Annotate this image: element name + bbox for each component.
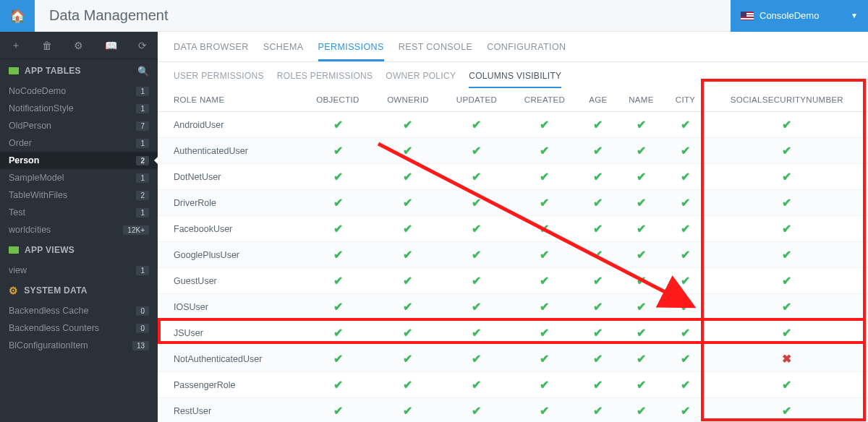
permission-cell[interactable]: ✔ — [511, 164, 579, 190]
permission-cell[interactable]: ✔ — [579, 164, 618, 190]
permission-cell[interactable]: ✔ — [579, 216, 618, 242]
tab-schema[interactable]: SCHEMA — [263, 42, 304, 61]
account-dropdown[interactable]: ConsoleDemo ▼ — [731, 0, 868, 32]
permission-cell[interactable]: ✔ — [579, 138, 618, 164]
subtab-columns-visibility[interactable]: COLUMNS VISIBILITY — [469, 71, 561, 88]
permission-cell[interactable]: ✔ — [665, 138, 706, 164]
permission-cell[interactable]: ✔ — [618, 372, 665, 398]
permission-cell[interactable]: ✔ — [443, 294, 511, 320]
sidebar-item-table[interactable]: NotificationStyle1 — [0, 100, 158, 117]
column-header[interactable]: CREATED — [511, 88, 579, 112]
column-header[interactable]: SOCIALSECURITYNUMBER — [706, 88, 868, 112]
permission-cell[interactable]: ✔ — [579, 190, 618, 216]
permission-cell[interactable]: ✖ — [706, 346, 868, 372]
permission-cell[interactable]: ✔ — [618, 398, 665, 423]
permission-cell[interactable]: ✔ — [511, 294, 579, 320]
column-header[interactable]: NAME — [618, 88, 665, 112]
subtab-user-permissions[interactable]: USER PERMISSIONS — [174, 71, 264, 88]
permission-cell[interactable]: ✔ — [302, 242, 373, 268]
permission-cell[interactable]: ✔ — [511, 372, 579, 398]
permission-cell[interactable]: ✔ — [618, 268, 665, 294]
permission-cell[interactable]: ✔ — [373, 138, 443, 164]
permission-cell[interactable]: ✔ — [706, 112, 868, 138]
permission-cell[interactable]: ✔ — [706, 294, 868, 320]
permission-cell[interactable]: ✔ — [302, 190, 373, 216]
sidebar-item-table[interactable]: OldPerson7 — [0, 117, 158, 134]
tab-rest-console[interactable]: REST CONSOLE — [399, 42, 473, 61]
sidebar-item-system[interactable]: Backendless Cache0 — [0, 302, 158, 319]
permission-cell[interactable]: ✔ — [618, 164, 665, 190]
permission-cell[interactable]: ✔ — [618, 138, 665, 164]
permission-cell[interactable]: ✔ — [373, 398, 443, 423]
permission-cell[interactable]: ✔ — [706, 372, 868, 398]
permission-cell[interactable]: ✔ — [443, 164, 511, 190]
permission-cell[interactable]: ✔ — [373, 294, 443, 320]
permission-cell[interactable]: ✔ — [373, 320, 443, 346]
permission-cell[interactable]: ✔ — [302, 216, 373, 242]
trash-icon[interactable]: 🗑 — [42, 40, 52, 51]
permission-cell[interactable]: ✔ — [665, 346, 706, 372]
permission-cell[interactable]: ✔ — [706, 216, 868, 242]
sidebar-item-view[interactable]: view1 — [0, 262, 158, 279]
permission-cell[interactable]: ✔ — [443, 242, 511, 268]
permission-cell[interactable]: ✔ — [443, 346, 511, 372]
permission-cell[interactable]: ✔ — [665, 190, 706, 216]
add-icon[interactable]: ＋ — [11, 39, 21, 52]
permission-cell[interactable]: ✔ — [665, 242, 706, 268]
permission-cell[interactable]: ✔ — [665, 398, 706, 423]
permission-cell[interactable]: ✔ — [373, 112, 443, 138]
tab-configuration[interactable]: CONFIGURATION — [487, 42, 566, 61]
permission-cell[interactable]: ✔ — [511, 346, 579, 372]
sidebar-item-table[interactable]: NoCodeDemo1 — [0, 82, 158, 100]
permission-cell[interactable]: ✔ — [511, 216, 579, 242]
permission-cell[interactable]: ✔ — [443, 268, 511, 294]
permission-cell[interactable]: ✔ — [302, 268, 373, 294]
tab-data-browser[interactable]: DATA BROWSER — [174, 42, 249, 61]
sidebar-item-table[interactable]: SampleModel1 — [0, 169, 158, 186]
permission-cell[interactable]: ✔ — [579, 320, 618, 346]
gear-icon[interactable]: ⚙ — [74, 40, 83, 51]
permission-cell[interactable]: ✔ — [443, 320, 511, 346]
column-header[interactable]: AGE — [579, 88, 618, 112]
permission-cell[interactable]: ✔ — [373, 346, 443, 372]
permission-cell[interactable]: ✔ — [511, 242, 579, 268]
permission-cell[interactable]: ✔ — [579, 112, 618, 138]
permission-cell[interactable]: ✔ — [706, 242, 868, 268]
permission-cell[interactable]: ✔ — [665, 320, 706, 346]
permission-cell[interactable]: ✔ — [706, 190, 868, 216]
permission-cell[interactable]: ✔ — [706, 138, 868, 164]
permission-cell[interactable]: ✔ — [373, 216, 443, 242]
search-icon[interactable]: 🔍 — [137, 66, 149, 77]
permission-cell[interactable]: ✔ — [618, 242, 665, 268]
permission-cell[interactable]: ✔ — [579, 346, 618, 372]
permission-cell[interactable]: ✔ — [302, 372, 373, 398]
permission-cell[interactable]: ✔ — [618, 190, 665, 216]
permission-cell[interactable]: ✔ — [579, 294, 618, 320]
permission-cell[interactable]: ✔ — [511, 190, 579, 216]
permission-cell[interactable]: ✔ — [302, 112, 373, 138]
section-app-views[interactable]: APP VIEWS — [0, 238, 158, 262]
permission-cell[interactable]: ✔ — [579, 268, 618, 294]
permission-cell[interactable]: ✔ — [373, 242, 443, 268]
permission-cell[interactable]: ✔ — [618, 112, 665, 138]
permission-cell[interactable]: ✔ — [618, 294, 665, 320]
subtab-owner-policy[interactable]: OWNER POLICY — [386, 71, 456, 88]
sidebar-item-table[interactable]: Order1 — [0, 134, 158, 152]
sidebar-item-table[interactable]: Person2 — [0, 152, 158, 169]
permission-cell[interactable]: ✔ — [618, 216, 665, 242]
permission-cell[interactable]: ✔ — [443, 398, 511, 423]
permission-cell[interactable]: ✔ — [511, 398, 579, 423]
permission-cell[interactable]: ✔ — [511, 138, 579, 164]
permission-cell[interactable]: ✔ — [443, 216, 511, 242]
permission-cell[interactable]: ✔ — [706, 268, 868, 294]
permission-cell[interactable]: ✔ — [579, 242, 618, 268]
permission-cell[interactable]: ✔ — [302, 164, 373, 190]
permission-cell[interactable]: ✔ — [511, 320, 579, 346]
permission-cell[interactable]: ✔ — [706, 164, 868, 190]
permission-cell[interactable]: ✔ — [443, 372, 511, 398]
home-button[interactable]: 🏠 — [0, 0, 35, 32]
section-system-data[interactable]: SYSTEM DATA — [0, 279, 158, 302]
permission-cell[interactable]: ✔ — [443, 138, 511, 164]
sidebar-item-table[interactable]: Test1 — [0, 204, 158, 221]
column-header[interactable]: OWNERID — [373, 88, 443, 112]
